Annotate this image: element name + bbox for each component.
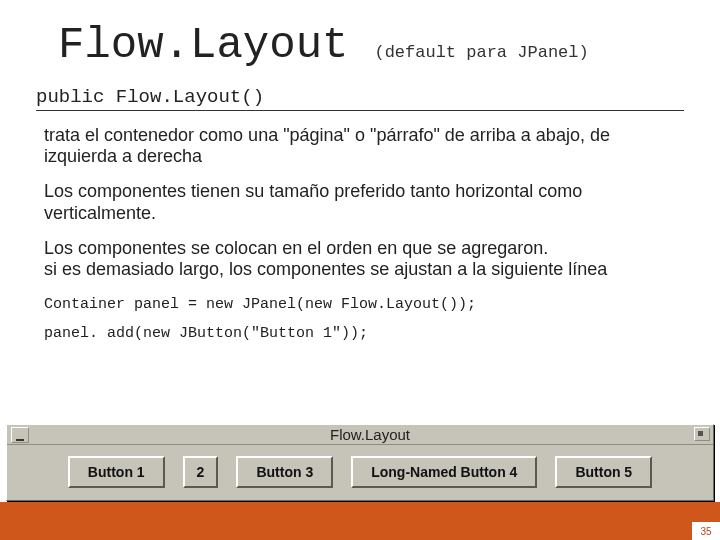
constructor-signature: public Flow.Layout(): [36, 86, 264, 108]
slide-title: Flow.Layout: [58, 20, 348, 70]
code-line-1: Container panel = new JPanel(new Flow.La…: [44, 296, 680, 313]
title-row: Flow.Layout (default para JPanel): [0, 0, 720, 70]
maximize-button[interactable]: [694, 427, 710, 441]
paragraph-3: Los componentes se colocan en el orden e…: [44, 238, 680, 280]
title-note: (default para JPanel): [374, 43, 588, 62]
footer-bar: [0, 502, 720, 540]
paragraph-1: trata el contenedor como una "página" o …: [44, 125, 680, 167]
button-row: Button 1 2 Button 3 Long-Named Button 4 …: [7, 445, 713, 499]
button-2[interactable]: 2: [183, 456, 219, 488]
button-5[interactable]: Button 5: [555, 456, 652, 488]
window-title: Flow.Layout: [29, 426, 711, 443]
example-window: Flow.Layout Button 1 2 Button 3 Long-Nam…: [6, 424, 714, 501]
code-line-2: panel. add(new JButton("Button 1"));: [44, 325, 680, 342]
window-titlebar: Flow.Layout: [7, 425, 713, 445]
page-number: 35: [692, 522, 720, 540]
paragraph-2: Los componentes tienen su tamaño preferi…: [44, 181, 680, 223]
button-1[interactable]: Button 1: [68, 456, 165, 488]
minimize-button[interactable]: [11, 427, 29, 443]
button-3[interactable]: Button 3: [236, 456, 333, 488]
constructor-row: public Flow.Layout(): [36, 86, 684, 111]
button-4[interactable]: Long-Named Button 4: [351, 456, 537, 488]
